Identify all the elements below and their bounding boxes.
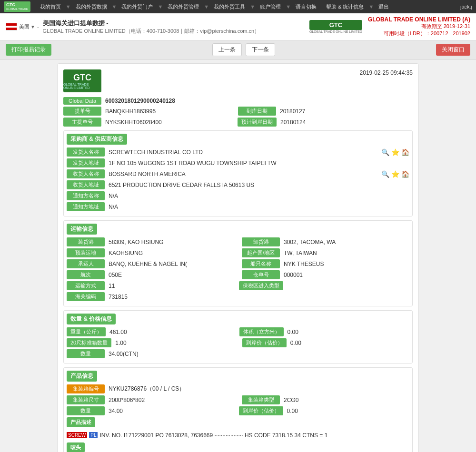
weight-row: 重量（公斤） 461.00 体积（立方米） 0.00: [67, 327, 409, 336]
flag-container: 美国 ▼ -: [6, 23, 39, 30]
customs-code-value: 731815: [109, 294, 409, 300]
next-button[interactable]: 下一条: [246, 43, 275, 56]
consignee-addr-label: 收货人地址: [67, 180, 105, 189]
loading-port-value: 58309, KAO HSIUNG: [109, 239, 234, 246]
brand-period: 可用时段（LDR）：200712 - 201902: [368, 30, 470, 37]
main-bill-label: 主提单号: [63, 118, 101, 127]
supplier-section-title: 采购商 & 供应商信息: [67, 134, 127, 145]
loading-place-value: KAOHSIUNG: [109, 250, 234, 256]
nav-user: jack.j: [460, 4, 472, 10]
product-quantity-row: 数量 34.00 到岸价（估价） 0.00: [67, 406, 409, 415]
consignee-icons: 🔍 ⭐ 🏠: [381, 170, 409, 178]
consignee-name-row: 收货人名称 BOSSARD NORTH AMERICA 🔍 ⭐ 🏠: [67, 169, 409, 178]
container-type-label: 集装箱类型: [242, 395, 280, 404]
global-data-value: 6003201801290000240128: [105, 98, 175, 104]
nav-tools[interactable]: 我的外贸工具: [209, 0, 250, 13]
arrival-date-value: 20180127: [280, 108, 413, 115]
close-button[interactable]: 关闭窗口: [436, 44, 470, 56]
nav-home[interactable]: 我的首页: [35, 0, 66, 13]
product-desc-section: 产品描述 SCREW PL INV. NO. I171229001 PO 761…: [67, 417, 409, 441]
home-icon-2[interactable]: 🏠: [401, 170, 409, 178]
nav-trade-data[interactable]: 我的外贸数据: [71, 0, 112, 13]
flag-icon: [6, 23, 17, 30]
print-button[interactable]: 打印报易记录: [6, 44, 51, 56]
star-icon[interactable]: ⭐: [391, 148, 399, 156]
nav-logo: GTC GLOBAL TRADE: [4, 1, 30, 12]
nav-management[interactable]: 我的外贸管理: [163, 0, 204, 13]
home-icon[interactable]: 🏠: [401, 148, 409, 156]
search-icon[interactable]: 🔍: [381, 148, 389, 156]
top-navigation: GTC GLOBAL TRADE 我的首页 ▼ 我的外贸数据 ▼ 我的外贸门户 …: [0, 0, 476, 13]
bill-no-value: BANQKHH1863995: [105, 108, 238, 115]
transport-mode-label: 运输方式: [67, 281, 105, 290]
global-data-label: Global Data: [63, 97, 101, 105]
nav-logout[interactable]: 退出: [374, 0, 394, 13]
est-arrival-label: 预计到岸日期: [238, 118, 277, 127]
product-quantity-value: 34.00: [109, 408, 231, 414]
quantity-value: 34.00(CTN): [109, 351, 409, 357]
carrier-row: 承运人 BANQ, KUEHNE & NAGEL IN( 船只名称 NYK TH…: [67, 259, 409, 268]
voyage-value: 050E: [109, 272, 234, 278]
consignee-name-label: 收货人名称: [67, 169, 105, 178]
unit-price-label: 到岸价（估价）: [242, 338, 287, 347]
container20-value: 1.00: [115, 340, 234, 346]
loading-place-label: 预装运地: [67, 248, 105, 257]
notify-addr-value: N/A: [109, 204, 409, 210]
dropdown-icon[interactable]: ▼: [30, 24, 35, 29]
top-toolbar: 打印报易记录 上一条 下一条 关闭窗口: [0, 40, 476, 59]
discharge-port-label: 卸货港: [242, 237, 280, 246]
search-icon-2[interactable]: 🔍: [381, 170, 389, 178]
product-section: 产品信息 集装箱编号 NYKU2786876（00 / L / CS） 集装箱尺…: [63, 367, 413, 452]
product-quantity-label: 数量: [67, 406, 105, 415]
customs-code-row: 海关编码 731815: [67, 292, 409, 301]
voyage-row: 航次 050E 仓单号 000001: [67, 270, 409, 279]
weight-label: 重量（公斤）: [67, 327, 106, 336]
nav-menu: 我的首页 ▼ 我的外贸数据 ▼ 我的外贸门户 ▼ 我的外贸管理 ▼ 我的外贸工具…: [35, 0, 460, 13]
consignee-addr-row: 收货人地址 6521 PRODUCTION DRIVE CEDAR FALLS …: [67, 180, 409, 189]
header-brand-info: GLOBAL TRADE ONLINE LIMITED (A) 有效期至 201…: [368, 16, 470, 37]
main-bill-value: NYKSKHHT06028400: [105, 119, 238, 126]
shipper-addr-label: 发货人地址: [67, 158, 105, 167]
shipper-addr-value: 1F NO 105 WUGONG 1ST ROAD WUGU TOWNSHIP …: [109, 160, 409, 167]
nav-help[interactable]: 帮助 & 统计信息: [321, 0, 368, 13]
prev-button[interactable]: 上一条: [212, 43, 242, 56]
container-size-value: 2000*806*802: [109, 397, 234, 403]
main-bill-row: 主提单号 NYKSKHHT06028400 预计到岸日期 20180124: [63, 118, 413, 127]
vessel-value: NYK THESEUS: [284, 261, 409, 267]
card-header: GTC GLOBAL TRADE ONLINE LIMITED 2019-02-…: [63, 69, 413, 92]
container-type-value: 2CG0: [284, 397, 409, 403]
page-title: 美国海关进口提单数据 -: [43, 19, 309, 28]
shipper-name-label: 发货人名称: [67, 147, 105, 157]
warehouse-label: 仓单号: [242, 270, 280, 279]
voyage-label: 航次: [67, 270, 105, 279]
shipper-icons: 🔍 ⭐ 🏠: [381, 148, 409, 156]
header-logo: GTC GLOBAL TRADE ONLINE LIMITED: [309, 20, 362, 33]
record-timestamp: 2019-02-25 09:44:35: [360, 69, 413, 76]
nav-portal[interactable]: 我的外贸门户: [117, 0, 158, 13]
nav-account[interactable]: 账户管理: [255, 0, 286, 13]
arrival-date-label: 到库日期: [238, 107, 276, 116]
quantity-section: 数量 & 价格信息 重量（公斤） 461.00 体积（立方米） 0.00 20尺…: [63, 310, 413, 364]
bill-no-label: 提单号: [63, 107, 101, 116]
consignee-name-value: BOSSARD NORTH AMERICA: [109, 171, 377, 177]
volume-value: 0.00: [288, 329, 410, 335]
weight-value: 461.00: [109, 329, 232, 335]
carrier-label: 承运人: [67, 259, 105, 268]
transport-section-title: 运输信息: [67, 224, 97, 235]
container20-label: 20尺标准箱数量: [67, 338, 111, 347]
carrier-value: BANQ, KUEHNE & NAGEL IN(: [109, 261, 234, 267]
notify-name-row: 通知方名称 N/A: [67, 191, 409, 200]
unit-price-value: 0.00: [290, 340, 409, 346]
ftz-label: 保税区进入类型: [239, 281, 283, 290]
nav-language[interactable]: 语言切换: [291, 0, 321, 13]
product-desc-title: 产品描述: [67, 417, 95, 427]
loading-place-row: 预装运地 KAOHSIUNG 起产国/地区 TW, TAIWAN: [67, 248, 409, 257]
transport-section: 运输信息 装货港 58309, KAO HSIUNG 卸货港 3002, TAC…: [63, 220, 413, 306]
origin-value: TW, TAIWAN: [284, 250, 409, 256]
volume-label: 体积（立方米）: [239, 327, 284, 336]
vessel-label: 船只名称: [242, 259, 280, 268]
star-icon-2[interactable]: ⭐: [391, 170, 399, 178]
brand-name: GLOBAL TRADE ONLINE LIMITED (A): [368, 16, 470, 23]
warehouse-value: 000001: [284, 272, 409, 278]
screw-tag: SCREW: [67, 432, 87, 438]
